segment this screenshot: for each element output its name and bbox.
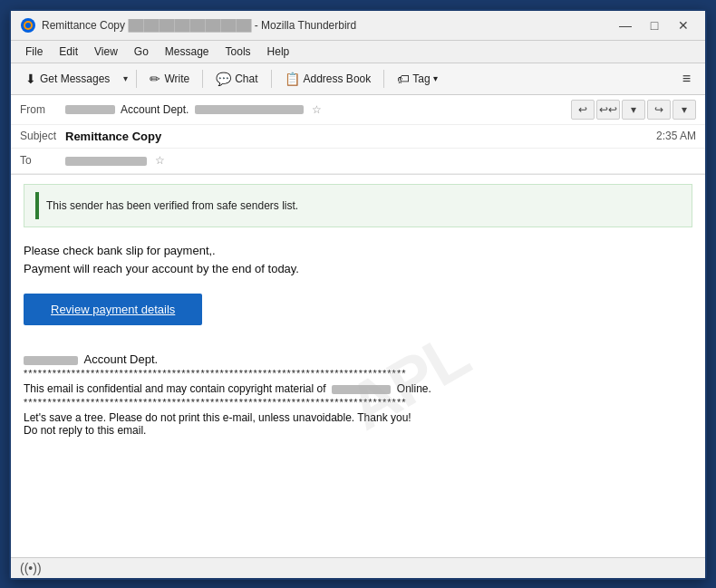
svg-point-2 [25,23,31,28]
statusbar: ((•)) [11,557,705,578]
safe-sender-bar [35,192,39,219]
toolbar: ⬇ Get Messages ▾ ✏ Write 💬 Chat 📋 Addres… [11,63,705,95]
subject-value: Remittance Copy [65,130,656,143]
write-button[interactable]: ✏ Write [142,68,197,90]
address-book-button[interactable]: 📋 Address Book [277,68,379,90]
get-messages-icon: ⬇ [25,72,36,86]
body-line2: Payment will reach your account by the e… [24,262,299,275]
menu-message[interactable]: Message [158,43,217,61]
sig-stars-bottom: ****************************************… [24,397,692,408]
menubar: File Edit View Go Message Tools Help [11,41,705,63]
sig-confidential-text: This email is confidential and may conta… [24,382,326,395]
sig-account-dept: Account Dept. [84,352,159,366]
reply-all-button[interactable]: ↩↩ [596,100,620,120]
email-header: From Account Dept. ☆ ↩ ↩↩ ▾ ↪ ▾ Subject … [11,95,705,175]
email-action-buttons: ↩ ↩↩ ▾ ↪ ▾ [571,100,696,120]
from-value: Account Dept. ☆ [65,103,571,116]
from-redacted [65,105,115,114]
forward-button[interactable]: ↪ [647,100,671,120]
subject-row: Subject Remittance Copy 2:35 AM [11,125,705,149]
write-icon: ✏ [150,72,160,86]
menu-go[interactable]: Go [127,43,156,61]
sig-company-redacted [332,385,391,394]
sig-name-redacted [24,356,78,365]
menu-tools[interactable]: Tools [218,43,258,61]
email-time: 2:35 AM [656,130,696,142]
sig-noreply: Do not reply to this email. [24,424,146,437]
safe-sender-notice: This sender has been verified from safe … [24,184,692,227]
tag-dropdown-icon: ▾ [433,73,438,83]
sig-footer: Let's save a tree. Please do not print t… [24,411,692,437]
get-messages-button[interactable]: ⬇ Get Messages [18,68,117,90]
email-content-area: APL This sender has been verified from s… [11,175,705,557]
tag-icon: 🏷 [397,72,410,86]
from-name: Account Dept. [121,103,189,116]
from-star-icon[interactable]: ☆ [312,103,322,116]
address-book-label: Address Book [304,72,372,85]
to-row: To ☆ [11,149,705,174]
minimize-button[interactable]: — [613,16,638,34]
sig-tree-line: Let's save a tree. Please do not print t… [24,411,411,424]
chat-button[interactable]: 💬 Chat [208,68,265,90]
toolbar-sep-1 [136,70,137,88]
body-paragraph: Please check bank slip for payment,. Pay… [24,242,692,280]
toolbar-sep-3 [271,70,272,88]
titlebar: Remittance Copy ████████████████ - Mozil… [11,11,705,41]
wifi-icon: ((•)) [20,561,42,575]
sig-confidential: This email is confidential and may conta… [24,382,692,395]
chat-label: Chat [235,72,257,85]
menu-view[interactable]: View [87,43,125,61]
signature: Account Dept. **************************… [24,352,692,437]
to-label: To [20,154,65,167]
close-button[interactable]: ✕ [671,16,696,34]
reply-button[interactable]: ↩ [571,100,595,120]
subject-text: Remittance Copy [65,130,161,143]
chat-icon: 💬 [216,72,231,86]
from-label: From [20,103,65,116]
from-email-redacted [195,105,304,114]
tag-label: Tag [412,72,430,85]
body-line1: Please check bank slip for payment,. [24,244,216,257]
menu-file[interactable]: File [18,43,50,61]
subject-label: Subject [20,130,65,142]
menu-edit[interactable]: Edit [52,43,85,61]
toolbar-sep-4 [383,70,384,88]
address-book-icon: 📋 [285,72,300,86]
maximize-button[interactable]: □ [642,16,667,34]
sig-online: Online. [397,382,431,395]
get-messages-dropdown[interactable]: ▾ [121,70,131,87]
to-value: ☆ [65,154,696,167]
write-label: Write [164,72,189,85]
tag-button[interactable]: 🏷 Tag ▾ [390,68,444,90]
hamburger-menu-button[interactable]: ≡ [675,67,698,91]
from-row: From Account Dept. ☆ ↩ ↩↩ ▾ ↪ ▾ [11,95,705,125]
sig-name: Account Dept. [24,352,692,366]
get-messages-label: Get Messages [40,72,110,85]
review-payment-button[interactable]: Review payment details [24,294,202,325]
window-title: Remittance Copy ████████████████ - Mozil… [42,19,356,32]
safe-sender-text: This sender has been verified from safe … [46,199,298,212]
sig-stars-top: ****************************************… [24,368,692,379]
window-controls: — □ ✕ [613,16,696,34]
more-button[interactable]: ▾ [672,100,696,120]
email-body: This sender has been verified from safe … [11,175,705,557]
app-icon [20,17,36,34]
menu-help[interactable]: Help [260,43,297,61]
more-actions-dropdown[interactable]: ▾ [622,100,645,120]
toolbar-sep-2 [202,70,203,88]
to-email-redacted [65,157,147,166]
to-star-icon[interactable]: ☆ [155,154,165,167]
